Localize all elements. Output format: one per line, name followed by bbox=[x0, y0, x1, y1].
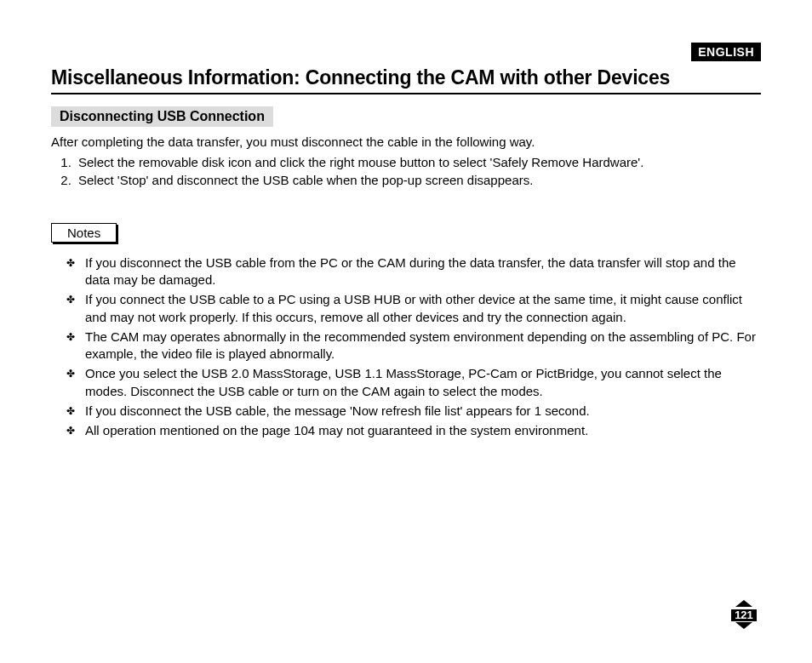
steps-list: Select the removable disk icon and click… bbox=[51, 154, 761, 189]
triangle-down-icon bbox=[735, 622, 752, 629]
note-item: The CAM may operates abnormally in the r… bbox=[66, 329, 761, 363]
manual-page: ENGLISH Miscellaneous Information: Conne… bbox=[0, 0, 812, 663]
page-number-ornament: 121 bbox=[727, 600, 761, 629]
step-item: Select 'Stop' and disconnect the USB cab… bbox=[75, 172, 761, 189]
section-heading: Disconnecting USB Connection bbox=[51, 106, 273, 127]
language-badge: ENGLISH bbox=[691, 43, 761, 61]
intro-text: After completing the data transfer, you … bbox=[51, 134, 761, 151]
page-number: 121 bbox=[731, 609, 757, 621]
note-item: If you connect the USB cable to a PC usi… bbox=[66, 291, 761, 326]
notes-heading: Notes bbox=[51, 223, 117, 243]
triangle-up-icon bbox=[735, 600, 752, 607]
notes-list: If you disconnect the USB cable from the… bbox=[51, 254, 761, 440]
notes-heading-wrap: Notes bbox=[51, 223, 761, 243]
note-item: Once you select the USB 2.0 MassStorage,… bbox=[66, 365, 761, 400]
page-title: Miscellaneous Information: Connecting th… bbox=[51, 66, 761, 94]
note-item: If you disconnect the USB cable from the… bbox=[66, 254, 761, 289]
step-item: Select the removable disk icon and click… bbox=[75, 154, 761, 171]
note-item: All operation mentioned on the page 104 … bbox=[66, 422, 761, 439]
note-item: If you disconnect the USB cable, the mes… bbox=[66, 403, 761, 420]
